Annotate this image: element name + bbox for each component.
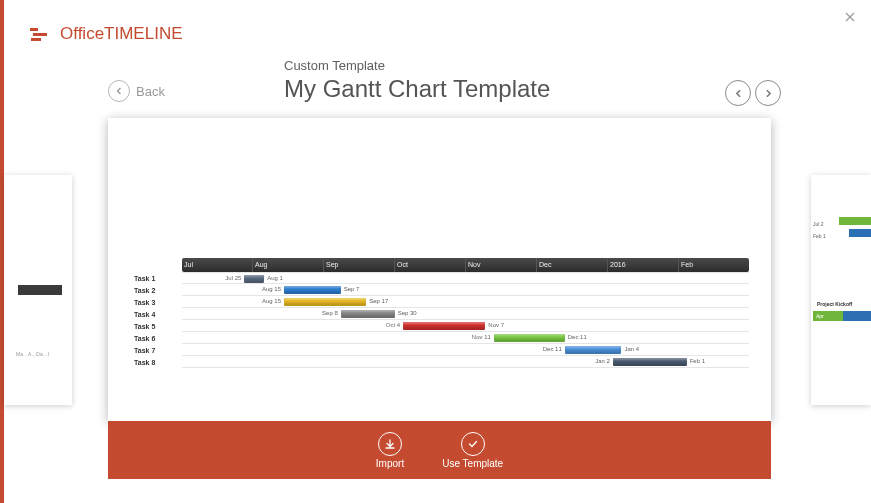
task-bar [284,286,341,294]
prev-template-button[interactable] [725,80,751,106]
close-icon [845,12,855,22]
peek-label: Jul 2 [813,219,824,229]
svg-rect-2 [31,38,41,41]
svg-rect-1 [33,33,47,36]
task-start-label: Jul 25 [225,275,241,281]
peek-bar-blue [849,229,871,237]
task-end-label: Sep 30 [398,310,417,316]
peek-label: Feb 1 [813,231,826,241]
close-button[interactable] [843,10,857,24]
peek-project-label: Project Kickoff [817,299,852,309]
month-cell: Aug [253,258,324,272]
task-start-label: Oct 4 [386,322,400,328]
peek-bar-blue [843,311,871,321]
import-label: Import [376,458,404,469]
task-track: Aug 15Sep 17 [182,296,749,308]
month-cell: Oct [395,258,466,272]
task-row: Task 3Aug 15Sep 17 [130,296,749,308]
task-bar [403,322,485,330]
task-name: Task 5 [130,323,182,330]
task-row: Task 7Dec 11Jan 4 [130,344,749,356]
task-end-label: Jan 4 [624,346,639,352]
task-start-label: Dec 11 [543,346,562,352]
task-row: Task 8Jan 2Feb 1 [130,356,749,368]
gantt-timeline-header: JulAugSepOctNovDec2016Feb [182,258,749,272]
task-bar [494,334,565,342]
month-cell: Feb [679,258,749,272]
logo-icon [30,25,52,43]
task-row: Task 2Aug 15Sep 7 [130,284,749,296]
task-bar [613,358,687,366]
template-title: My Gantt Chart Template [284,75,550,103]
task-end-label: Dec 11 [568,334,587,340]
month-cell: 2016 [608,258,679,272]
task-track: Dec 11Jan 4 [182,344,749,356]
task-name: Task 2 [130,287,182,294]
task-end-label: Sep 7 [344,286,360,292]
task-track: Aug 15Sep 7 [182,284,749,296]
task-start-label: Aug 15 [262,298,281,304]
task-name: Task 8 [130,359,182,366]
month-cell: Nov [466,258,537,272]
use-template-label: Use Template [442,458,503,469]
next-template-button[interactable] [755,80,781,106]
action-bar: Import Use Template [108,421,771,479]
month-cell: Jul [182,258,253,272]
task-start-label: Nov 11 [472,334,491,340]
task-bar [244,275,264,283]
task-track: Nov 11Dec 11 [182,332,749,344]
task-start-label: Jan 2 [595,358,610,364]
back-arrow-icon [108,80,130,102]
peek-tick: Apr [813,311,843,321]
task-start-label: Aug 15 [262,286,281,292]
task-end-label: Aug 1 [267,275,283,281]
task-name: Task 7 [130,347,182,354]
task-track: Oct 4Nov 7 [182,320,749,332]
import-button[interactable]: Import [376,432,404,469]
task-row: Task 6Nov 11Dec 11 [130,332,749,344]
template-category: Custom Template [284,58,550,73]
peek-bar-fragment [18,285,62,295]
task-track: Sep 8Sep 30 [182,308,749,320]
back-button[interactable]: Back [108,80,165,102]
task-name: Task 3 [130,299,182,306]
template-nav [725,80,781,106]
task-bar [565,346,622,354]
app-header: OfficeTIMELINE [30,24,183,44]
task-row: Task 1Jul 25Aug 1 [130,272,749,284]
task-row: Task 4Sep 8Sep 30 [130,308,749,320]
import-icon [378,432,402,456]
task-bar [341,310,395,318]
peek-text-fragment: Ma…A…Da…I [16,351,49,357]
prev-template-peek[interactable]: Ma…A…Da…I [4,175,72,405]
gantt-body: Task 1Jul 25Aug 1Task 2Aug 15Sep 7Task 3… [130,272,749,368]
check-icon [461,432,485,456]
peek-bar-green [839,217,871,225]
task-row: Task 5Oct 4Nov 7 [130,320,749,332]
task-start-label: Sep 8 [322,310,338,316]
task-track: Jul 25Aug 1 [182,272,749,284]
back-label: Back [136,84,165,99]
task-name: Task 1 [130,275,182,282]
task-name: Task 4 [130,311,182,318]
task-end-label: Feb 1 [690,358,705,364]
gantt-chart: JulAugSepOctNovDec2016Feb Task 1Jul 25Au… [130,258,749,368]
logo-text: OfficeTIMELINE [60,24,183,44]
month-cell: Sep [324,258,395,272]
svg-rect-0 [30,28,38,31]
template-preview: JulAugSepOctNovDec2016Feb Task 1Jul 25Au… [108,118,771,421]
task-end-label: Sep 17 [369,298,388,304]
task-track: Jan 2Feb 1 [182,356,749,368]
month-cell: Dec [537,258,608,272]
use-template-button[interactable]: Use Template [442,432,503,469]
title-block: Custom Template My Gantt Chart Template [284,58,550,103]
task-bar [284,298,366,306]
next-template-peek[interactable]: Jul 2 Feb 1 Project Kickoff Apr [811,175,871,405]
task-name: Task 6 [130,335,182,342]
task-end-label: Nov 7 [488,322,504,328]
